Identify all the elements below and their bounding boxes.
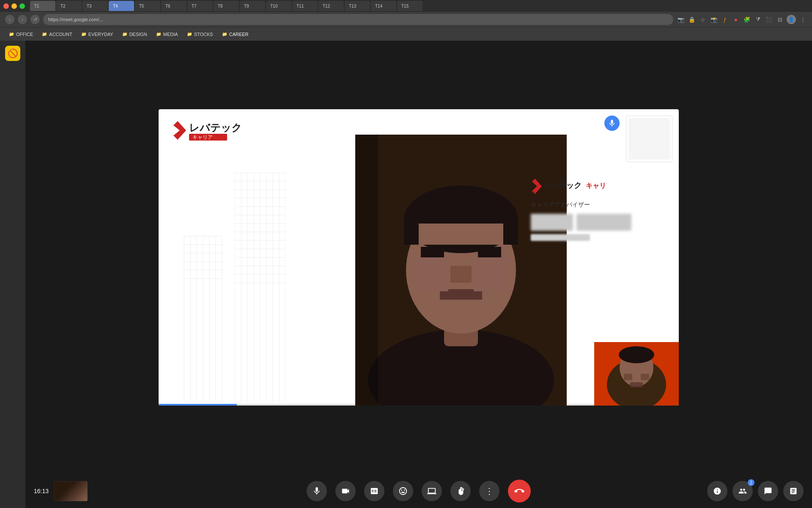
filter-icon[interactable]: ⧩ bbox=[754, 15, 762, 24]
svg-point-60 bbox=[619, 346, 654, 363]
bookmark-stocks[interactable]: 📁 STOCKS bbox=[183, 29, 217, 39]
lock-icon[interactable]: 🔒 bbox=[688, 15, 696, 24]
minimize-button[interactable] bbox=[11, 3, 17, 9]
profile-icon[interactable]: 👤 bbox=[787, 15, 796, 24]
svg-rect-42 bbox=[419, 224, 503, 245]
tab-2[interactable]: T2 bbox=[56, 1, 82, 11]
screenshot-icon[interactable]: 📸 bbox=[710, 15, 718, 24]
thumbnail-svg bbox=[594, 342, 679, 406]
bookmark-account[interactable]: 📁 ACCOUNT bbox=[38, 29, 75, 39]
more-icon: ⋮ bbox=[485, 486, 494, 496]
split-icon[interactable]: ⊟ bbox=[776, 15, 784, 24]
participants-badge: 2 bbox=[732, 481, 753, 501]
name-block-2 bbox=[576, 214, 631, 231]
more-options-button[interactable]: ⋮ bbox=[479, 481, 499, 501]
bookmark-everyday-label: EVERYDAY bbox=[88, 32, 113, 37]
folder-icon: 📁 bbox=[122, 31, 128, 37]
browser-tabs: T1 T2 T3 T4 T5 T6 T7 T8 T9 T10 T11 T12 T… bbox=[30, 1, 809, 11]
video-container: レバテック キャリア bbox=[25, 41, 812, 474]
bookmark-office[interactable]: 📁 OFFICE bbox=[5, 29, 36, 39]
color-icon[interactable]: ● bbox=[732, 15, 740, 24]
tab-13[interactable]: T13 bbox=[345, 1, 370, 11]
tab-15[interactable]: T15 bbox=[397, 1, 422, 11]
microphone-icon bbox=[312, 486, 321, 496]
bookmark-career-label: CAREER bbox=[229, 32, 249, 37]
present-button[interactable] bbox=[422, 481, 442, 501]
emoji-button[interactable] bbox=[393, 481, 413, 501]
person-video bbox=[355, 135, 567, 406]
logo-mark: レバテック キャリア bbox=[171, 118, 256, 143]
chat-button[interactable] bbox=[758, 481, 778, 501]
close-button[interactable] bbox=[3, 3, 9, 9]
bookmark-media[interactable]: 📁 MEDIA bbox=[152, 29, 181, 39]
speaker-name-area bbox=[531, 214, 662, 231]
building-background bbox=[171, 152, 340, 406]
bookmark-everyday[interactable]: 📁 EVERYDAY bbox=[77, 29, 117, 39]
bookmark-design[interactable]: 📁 DESIGN bbox=[118, 29, 151, 39]
present-icon bbox=[427, 486, 436, 496]
activities-button[interactable] bbox=[783, 481, 804, 501]
browser-chrome: ‹ › ↺ https://meet.google.com/... 📷 🔒 ☆ … bbox=[0, 12, 812, 41]
tab-14[interactable]: T14 bbox=[371, 1, 396, 11]
reload-button[interactable]: ↺ bbox=[30, 15, 40, 24]
bookmark-office-label: OFFICE bbox=[16, 32, 33, 37]
svg-marker-54 bbox=[532, 179, 542, 194]
url-bar[interactable]: https://meet.google.com/... bbox=[43, 14, 673, 25]
tab-7[interactable]: T7 bbox=[187, 1, 213, 11]
emoji-icon bbox=[398, 486, 408, 496]
forward-button[interactable]: › bbox=[18, 15, 27, 24]
tab-9[interactable]: T9 bbox=[240, 1, 265, 11]
controls-bar: 16:13 bbox=[25, 474, 812, 508]
mic-button[interactable] bbox=[604, 116, 620, 131]
info-card bbox=[626, 116, 672, 162]
raise-hand-button[interactable] bbox=[450, 481, 471, 501]
name-block-1 bbox=[531, 214, 573, 231]
svg-rect-48 bbox=[474, 257, 508, 291]
info-icon bbox=[713, 487, 721, 495]
tab-10[interactable]: T10 bbox=[266, 1, 291, 11]
back-button[interactable]: ‹ bbox=[5, 15, 14, 24]
tab-3[interactable]: T3 bbox=[82, 1, 108, 11]
camera-button[interactable] bbox=[335, 481, 356, 501]
speaker-title-text: キャリアアドバイザー bbox=[531, 201, 662, 209]
video-logo: レバテック キャリア bbox=[171, 118, 256, 143]
bookmarks-bar: 📁 OFFICE 📁 ACCOUNT 📁 EVERYDAY 📁 DESIGN 📁… bbox=[0, 27, 812, 41]
extensions-icon[interactable]: 🧩 bbox=[743, 15, 751, 24]
bookmark-stocks-label: STOCKS bbox=[194, 32, 213, 37]
tab-4[interactable]: T4 bbox=[109, 1, 134, 11]
svg-text:キャリア: キャリア bbox=[586, 182, 607, 189]
star-icon[interactable]: ☆ bbox=[699, 15, 707, 24]
captions-icon bbox=[370, 486, 379, 496]
microphone-button[interactable] bbox=[307, 481, 327, 501]
raise-hand-icon bbox=[456, 486, 465, 496]
tab-8[interactable]: T8 bbox=[214, 1, 239, 11]
camera-toolbar-icon[interactable]: 📷 bbox=[677, 15, 685, 24]
info-card-inner bbox=[628, 118, 669, 159]
maximize-button[interactable] bbox=[19, 3, 25, 9]
svg-rect-44 bbox=[478, 247, 501, 257]
end-call-button[interactable] bbox=[508, 480, 531, 502]
captions-button[interactable] bbox=[364, 481, 384, 501]
toolbar-right: 📷 🔒 ☆ 📸 ƒ ● 🧩 ⧩ ⬛ ⊟ 👤 ⋮ bbox=[677, 15, 807, 24]
tab-12[interactable]: T12 bbox=[318, 1, 344, 11]
puzzle-icon[interactable]: ⬛ bbox=[765, 15, 773, 24]
menu-icon[interactable]: ⋮ bbox=[798, 15, 807, 24]
tab-5[interactable]: T5 bbox=[135, 1, 160, 11]
bookmark-design-label: DESIGN bbox=[129, 32, 147, 37]
svg-rect-62 bbox=[641, 374, 649, 380]
tab-6[interactable]: T6 bbox=[161, 1, 187, 11]
meeting-thumbnail bbox=[54, 481, 88, 501]
tab-11[interactable]: T11 bbox=[292, 1, 318, 11]
chat-icon bbox=[764, 487, 772, 495]
svg-rect-45 bbox=[450, 266, 472, 283]
sidebar-main-icon[interactable]: 🚫 bbox=[5, 46, 20, 61]
traffic-lights bbox=[3, 3, 25, 9]
sidebar-icon-bar: 🚫 bbox=[0, 41, 25, 508]
bookmark-media-label: MEDIA bbox=[163, 32, 178, 37]
info-button[interactable] bbox=[707, 481, 727, 501]
svg-rect-47 bbox=[414, 257, 448, 291]
tab-1[interactable]: T1 bbox=[30, 1, 55, 11]
levatech-logo-svg: レバテック キャリア bbox=[171, 118, 256, 143]
formula-icon[interactable]: ƒ bbox=[721, 15, 729, 24]
bookmark-career[interactable]: 📁 CAREER bbox=[218, 29, 252, 39]
